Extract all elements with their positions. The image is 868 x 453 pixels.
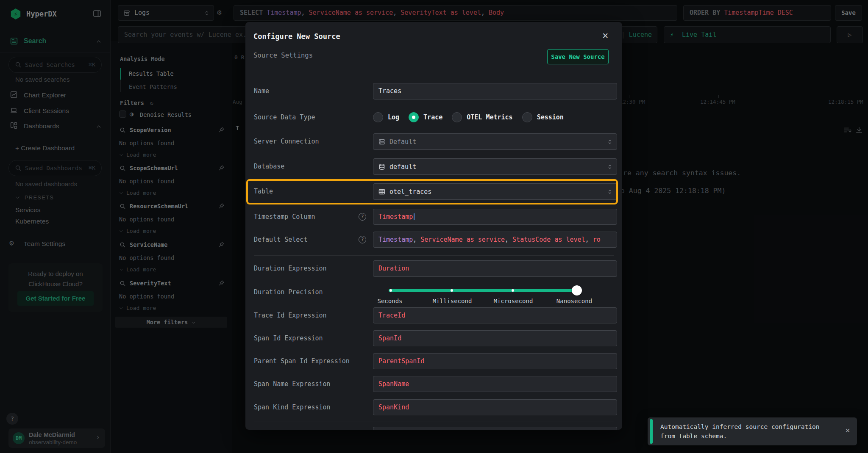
help-icon[interactable]: ?	[359, 213, 366, 221]
table-select[interactable]: otel_traces	[373, 183, 617, 200]
slider-label-nanosecond[interactable]: Nanosecond	[556, 298, 592, 304]
close-icon[interactable]: ×	[845, 425, 850, 435]
radio-circle	[522, 112, 532, 122]
source-type-radios: Log Trace OTEL Metrics Session	[373, 110, 564, 124]
slider-label-millisecond[interactable]: Millisecond	[433, 298, 472, 304]
field-label-table: Table	[254, 183, 368, 200]
field-label-duration-precision: Duration Precision	[254, 284, 368, 301]
field-label-timestamp-column: Timestamp Column	[254, 209, 351, 225]
slider-stop[interactable]	[512, 289, 514, 292]
field-label-parent-span-id: Parent Span Id Expression	[254, 353, 368, 369]
section-title: Source Settings	[253, 52, 313, 59]
timestamp-column-input[interactable]: Timestamp	[373, 209, 617, 225]
select-chevrons-icon	[607, 138, 612, 145]
field-label-span-id: Span Id Expression	[254, 330, 368, 346]
duration-precision-slider[interactable]	[389, 289, 577, 292]
close-icon[interactable]: ×	[602, 30, 608, 41]
span-id-input[interactable]: SpanId	[373, 330, 617, 346]
name-input[interactable]: Traces	[373, 83, 617, 99]
toast-accent-bar	[650, 419, 653, 444]
radio-option-session[interactable]: Session	[522, 112, 564, 122]
field-label-default-select: Default Select	[254, 232, 351, 248]
parent-span-id-input[interactable]: ParentSpanId	[373, 353, 617, 369]
radio-circle	[373, 112, 383, 122]
duration-expression-input[interactable]: Duration	[373, 260, 617, 277]
field-label-span-kind: Span Kind Expression	[254, 399, 368, 415]
field-label-server-connection: Server Connection	[254, 133, 368, 150]
database-icon	[378, 163, 385, 170]
clipped-input[interactable]	[373, 427, 617, 430]
select-chevrons-icon	[607, 163, 612, 170]
modal-divider	[254, 255, 614, 256]
span-name-input[interactable]: SpanName	[373, 376, 617, 392]
span-kind-input[interactable]: SpanKind	[373, 399, 617, 415]
field-label-duration-expression: Duration Expression	[254, 260, 368, 277]
save-new-source-button[interactable]: Save New Source	[547, 49, 609, 64]
table-icon	[378, 188, 385, 195]
radio-option-log[interactable]: Log	[373, 112, 399, 122]
field-label-span-name: Span Name Expression	[254, 376, 368, 392]
slider-knob[interactable]	[572, 285, 582, 296]
help-icon[interactable]: ?	[359, 236, 366, 243]
modal-title: Configure New Source	[253, 32, 340, 41]
text-cursor	[414, 213, 415, 220]
modal-divider	[254, 422, 614, 422]
server-icon	[378, 138, 385, 145]
database-select[interactable]: default	[373, 158, 617, 175]
radio-option-trace[interactable]: Trace	[409, 112, 442, 122]
slider-stop[interactable]	[389, 289, 392, 292]
configure-source-modal: Configure New Source × Source Settings S…	[245, 22, 622, 430]
slider-label-seconds[interactable]: Seconds	[377, 298, 402, 304]
radio-option-otel-metrics[interactable]: OTEL Metrics	[452, 112, 512, 122]
server-connection-select[interactable]: Default	[373, 133, 617, 150]
toast-message-line1: Automatically inferred source configurat…	[660, 422, 819, 431]
field-label-source-data-type: Source Data Type	[254, 110, 368, 124]
default-select-input[interactable]: Timestamp, ServiceName as service, Statu…	[373, 232, 617, 248]
field-label-trace-id: Trace Id Expression	[254, 307, 368, 323]
select-chevrons-icon	[607, 188, 612, 195]
field-label-name: Name	[254, 83, 368, 99]
radio-circle-selected	[409, 112, 419, 122]
toast-notification: Automatically inferred source configurat…	[648, 417, 857, 445]
slider-label-microsecond[interactable]: Microsecond	[494, 298, 533, 304]
radio-circle	[452, 112, 462, 122]
toast-message-line2: from table schema.	[660, 431, 727, 441]
field-label-database: Database	[254, 158, 368, 175]
trace-id-input[interactable]: TraceId	[373, 307, 617, 323]
hyperdx-app: ⚡ HyperDX Search Saved Searches ⌘K No sa…	[0, 0, 868, 453]
slider-stop[interactable]	[451, 289, 453, 292]
